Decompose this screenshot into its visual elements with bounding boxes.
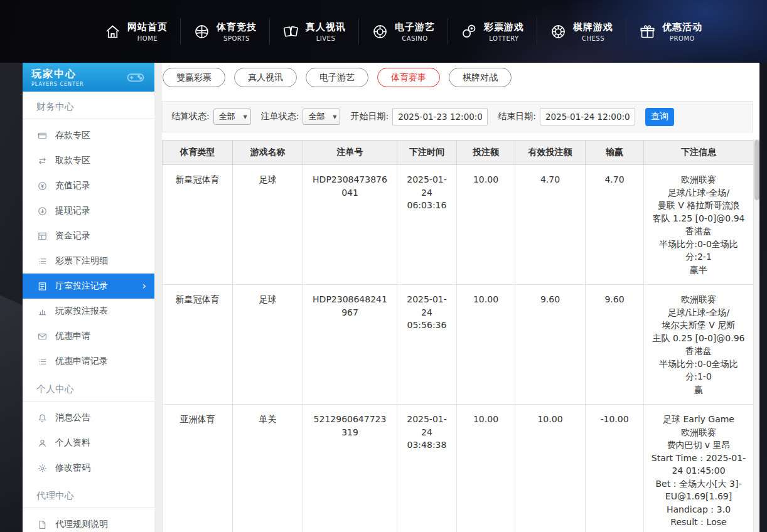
nav-item-sports[interactable]: 体育竞技 SPORTS <box>181 21 269 42</box>
sidebar-item-agent-rules[interactable]: 代理规则说明 <box>23 512 154 532</box>
sidebar-item-label: 存款专区 <box>55 130 90 141</box>
nav-item-casino[interactable]: 电子游艺 CASINO <box>359 21 448 42</box>
cell-game-name: 足球 <box>233 165 303 285</box>
chevron-right-icon: › <box>142 281 146 291</box>
cell-valid-amount: 4.70 <box>515 165 586 285</box>
col-win-loss: 输赢 <box>586 141 644 165</box>
scrollbar-thumb[interactable] <box>754 140 759 200</box>
nav-sublabel: CASINO <box>402 35 427 42</box>
sidebar-item-cashout-record[interactable]: 提现记录 <box>23 198 154 223</box>
cell-bet-info: 欧洲联赛 足球/让球-全场/ 曼联 V 格拉斯哥流浪 客队 1.25 [0-0]… <box>644 165 754 285</box>
sidebar-item-lottery-bet-detail[interactable]: 彩票下注明细 <box>23 248 154 274</box>
sidebar-item-label: 厅室投注记录 <box>55 280 108 292</box>
sidebar-item-promo-apply-record[interactable]: 优惠申请记录 <box>23 349 154 374</box>
sidebar-header: 玩家中心 PLAYERS CENTER <box>23 63 154 92</box>
recharge-record-icon <box>38 181 47 191</box>
nav-sublabel: LOTTERY <box>489 35 518 42</box>
col-bet-amount: 投注额 <box>457 141 515 165</box>
nav-item-lives[interactable]: 真人视讯 LIVES <box>270 21 358 42</box>
nav-item-promo[interactable]: 优惠活动 PROMO <box>626 21 715 42</box>
sports-icon <box>193 23 210 40</box>
order-status-value: 全部 <box>308 111 324 122</box>
col-bet-time: 下注时间 <box>397 141 457 165</box>
cell-order-no: 5212960647723319 <box>303 405 397 532</box>
sidebar-item-deposit[interactable]: 存款专区 <box>23 123 154 148</box>
settle-status-label: 结算状态: <box>171 111 210 122</box>
tab-live-video[interactable]: 真人视讯 <box>234 68 297 87</box>
lives-icon <box>282 23 299 40</box>
tab-double-win-lottery[interactable]: 雙赢彩票 <box>163 68 225 87</box>
cell-bet-amount: 10.00 <box>457 405 515 532</box>
nav-label: 电子游艺 <box>395 21 435 33</box>
filter-bar: 结算状态: 全部 ▼ 注单状态: 全部 ▼ 开始日期: 结束日期: 查询 <box>162 101 753 132</box>
cell-game-name: 单关 <box>233 405 303 532</box>
start-date-label: 开始日期: <box>350 111 389 122</box>
casino-icon <box>372 23 389 40</box>
sidebar-item-announcements[interactable]: 消息公告 <box>23 405 154 430</box>
page-background: 网站首页 HOME 体育竞技 SPORTS 真人视讯 LIVES 电子游艺 <box>0 0 767 532</box>
search-button[interactable]: 查询 <box>645 108 674 126</box>
sidebar-item-recharge-record[interactable]: 充值记录 <box>23 173 154 198</box>
nav-label: 彩票游戏 <box>484 21 524 33</box>
hall-bet-record-icon <box>38 282 47 291</box>
col-order-no: 注单号 <box>303 141 397 165</box>
promo-apply-icon <box>38 332 47 341</box>
nav-label: 真人视讯 <box>306 21 346 33</box>
deposit-icon <box>38 131 47 141</box>
bell-icon <box>38 413 47 423</box>
sidebar-item-withdraw[interactable]: 取款专区 <box>23 148 154 173</box>
gear-icon <box>38 464 47 473</box>
chevron-down-icon: ▼ <box>333 114 336 120</box>
gamepad-icon <box>124 68 147 87</box>
nav-label: 优惠活动 <box>662 21 702 33</box>
sidebar-item-label: 充值记录 <box>55 180 90 191</box>
sidebar-item-label: 修改密码 <box>55 462 90 474</box>
sidebar-item-profile[interactable]: 个人资料 <box>23 430 154 455</box>
person-icon <box>38 439 47 448</box>
tab-sports[interactable]: 体育赛事 <box>377 68 440 87</box>
tab-electronic-games[interactable]: 电子游艺 <box>306 68 368 87</box>
settle-status-value: 全部 <box>219 111 235 122</box>
sidebar-item-funds-record[interactable]: 资金记录 <box>23 223 154 248</box>
sidebar-item-hall-bet-record[interactable]: 厅室投注记录 › <box>23 274 154 299</box>
cell-game-name: 足球 <box>233 285 303 405</box>
sidebar-item-label: 彩票下注明细 <box>55 255 108 267</box>
nav-item-chess[interactable]: 棋牌游戏 CHESS <box>537 21 626 42</box>
start-date-input[interactable] <box>392 108 488 125</box>
cell-sport-type: 新皇冠体育 <box>163 285 233 405</box>
nav-sublabel: PROMO <box>670 35 695 42</box>
nav-item-lottery[interactable]: 彩票游戏 LOTTERY <box>448 21 537 42</box>
sidebar-item-label: 优惠申请 <box>55 331 90 342</box>
cell-bet-time: 2025-01-24 03:48:38 <box>397 405 457 532</box>
sidebar-item-promo-apply[interactable]: 优惠申请 <box>23 324 154 349</box>
sidebar-item-change-password[interactable]: 修改密码 <box>23 455 154 481</box>
lottery-icon <box>461 23 478 40</box>
top-navigation: 网站首页 HOME 体育竞技 SPORTS 真人视讯 LIVES 电子游艺 <box>0 0 767 63</box>
end-date-input[interactable] <box>540 108 635 125</box>
nav-sublabel: CHESS <box>582 35 604 42</box>
col-bet-info: 下注信息 <box>644 141 754 165</box>
cell-valid-amount: 9.60 <box>515 285 586 405</box>
withdraw-icon <box>38 156 47 166</box>
nav-item-home[interactable]: 网站首页 HOME <box>92 21 180 42</box>
section-title-finance: 财务中心 <box>23 92 154 119</box>
main-content: 雙赢彩票 真人视讯 电子游艺 体育赛事 棋牌对战 结算状态: 全部 ▼ 注单状态… <box>162 63 759 532</box>
sidebar-item-label: 取款专区 <box>55 155 90 166</box>
lottery-bet-detail-icon <box>38 257 47 266</box>
cashout-record-icon <box>38 206 47 216</box>
chevron-down-icon: ▼ <box>244 114 247 120</box>
nav-sublabel: LIVES <box>316 35 336 42</box>
section-title-personal: 个人中心 <box>23 374 154 402</box>
bet-records-table: 体育类型 游戏名称 注单号 下注时间 投注额 有效投注额 输赢 下注信息 新皇冠… <box>162 140 754 532</box>
settle-status-select[interactable]: 全部 ▼ <box>213 109 251 125</box>
sidebar-item-player-bet-report[interactable]: 玩家投注报表 <box>23 299 154 324</box>
vertical-scrollbar[interactable] <box>753 139 759 532</box>
table-row: 新皇冠体育 足球 HDP2308648241967 2025-01-24 05:… <box>163 285 754 405</box>
col-game-name: 游戏名称 <box>233 141 303 165</box>
chess-icon <box>550 23 567 40</box>
cell-bet-time: 2025-01-24 05:56:36 <box>397 285 457 405</box>
order-status-select[interactable]: 全部 ▼ <box>303 109 340 125</box>
col-sport-type: 体育类型 <box>163 141 233 165</box>
tab-board-games[interactable]: 棋牌对战 <box>449 68 512 87</box>
sidebar-item-label: 优惠申请记录 <box>55 356 108 367</box>
